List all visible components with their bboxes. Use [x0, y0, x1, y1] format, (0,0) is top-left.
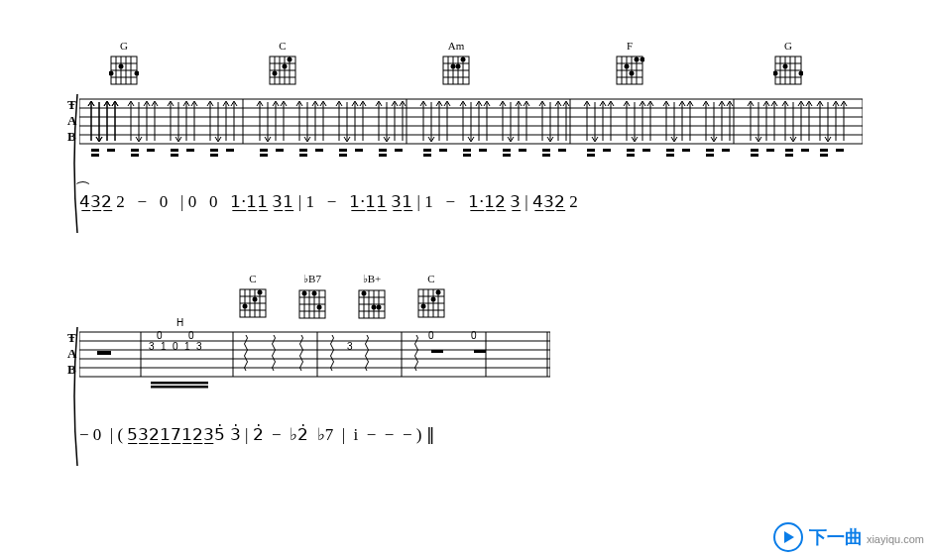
svg-point-55 — [799, 71, 804, 76]
system-bracket-icon — [71, 94, 79, 233]
chord-name: F — [615, 40, 644, 52]
svg-point-42 — [641, 57, 645, 62]
chord-grid-icon — [773, 53, 803, 88]
chord-diagram: C — [268, 40, 297, 90]
svg-point-96 — [317, 305, 322, 310]
svg-rect-135 — [151, 386, 208, 389]
tab-staff-2: Ŧ A B 0 0 H 3 1 0 1 3 0 0 3 — [79, 327, 96, 387]
chord-name: C — [416, 273, 446, 284]
svg-point-32 — [451, 64, 456, 69]
svg-rect-133 — [97, 351, 111, 355]
chord-grid-icon — [268, 53, 297, 88]
chord-name: ♭B7 — [297, 273, 327, 285]
svg-point-41 — [635, 57, 640, 62]
svg-point-44 — [630, 71, 635, 76]
svg-point-53 — [783, 64, 788, 69]
svg-point-21 — [273, 71, 278, 76]
chord-diagram: F — [615, 40, 644, 90]
chord-diagram: C — [238, 273, 268, 323]
chord-grid-icon — [297, 286, 327, 322]
svg-point-10 — [135, 71, 140, 76]
svg-rect-137 — [474, 350, 486, 353]
chord-row-1: G C Am F G — [79, 40, 96, 94]
chord-name: C — [268, 40, 297, 52]
svg-point-19 — [288, 57, 292, 62]
svg-rect-134 — [151, 382, 208, 385]
chord-name: G — [109, 40, 139, 52]
tab-system-2: C ♭B7 ♭B+ C Ŧ A B — [79, 273, 96, 459]
chord-diagram: ♭B+ — [357, 273, 387, 324]
chord-grid-icon — [357, 286, 387, 322]
fret-number: 0 — [157, 330, 163, 341]
svg-point-54 — [773, 71, 778, 76]
svg-point-116 — [436, 290, 441, 295]
chord-name: C — [238, 273, 268, 284]
tab-staff-1: Ŧ A B — [79, 94, 96, 154]
chord-diagram: G — [773, 40, 803, 90]
fret-number: 0 — [173, 341, 178, 352]
fret-number: 0 — [471, 330, 477, 341]
chord-grid-icon — [615, 53, 644, 88]
system-bracket-icon — [71, 327, 79, 466]
play-icon — [773, 522, 803, 552]
fret-number: 1 — [161, 341, 167, 352]
svg-point-83 — [258, 290, 263, 295]
svg-point-106 — [377, 305, 382, 310]
chord-diagram: ♭B7 — [297, 273, 327, 324]
chord-grid-icon — [109, 53, 139, 88]
fret-number: 0 — [428, 330, 434, 341]
chord-row-2: C ♭B7 ♭B+ C — [79, 273, 96, 327]
fret-number: 0 — [188, 330, 194, 341]
svg-rect-136 — [431, 350, 443, 353]
chord-diagram: G — [109, 40, 139, 90]
svg-point-105 — [362, 291, 367, 296]
svg-point-85 — [243, 304, 248, 309]
fret-number: 3 — [347, 341, 353, 352]
chord-grid-icon — [238, 285, 268, 321]
fret-number: 3 — [149, 341, 155, 352]
staff-lines-icon — [79, 327, 550, 398]
svg-point-20 — [283, 64, 288, 69]
svg-point-107 — [372, 305, 377, 310]
fret-number: 3 — [196, 341, 202, 352]
staff-lines-icon — [79, 94, 863, 166]
chord-name: Am — [441, 40, 471, 52]
chord-name: G — [773, 40, 803, 52]
fret-number: 1 — [184, 341, 190, 352]
svg-point-118 — [421, 304, 426, 309]
jianpu-notation: − 0 | ( 5̲̲3̲̲2̲̲1̲̲7̲̲1̲̲2̲̲3̲̲5̇ 3̇ | … — [79, 424, 435, 445]
chord-grid-icon — [416, 285, 446, 321]
watermark-url: xiayiqu.com — [867, 533, 924, 545]
tab-system-1: G C Am F G Ŧ A B — [79, 40, 96, 226]
svg-point-94 — [302, 291, 307, 296]
svg-point-9 — [109, 71, 114, 76]
svg-point-30 — [461, 57, 466, 62]
svg-point-95 — [312, 291, 317, 296]
svg-point-84 — [253, 297, 258, 302]
hammer-label: H — [176, 317, 183, 328]
svg-point-8 — [119, 64, 124, 69]
svg-point-43 — [625, 64, 630, 69]
jianpu-line-2: − 0 | ( 5̲̲3̲̲2̲̲1̲̲7̲̲1̲̲2̲̲3̲̲5̇ 3̇ | … — [79, 424, 96, 459]
chord-name: ♭B+ — [357, 273, 387, 285]
chord-diagram: Am — [441, 40, 471, 90]
chord-diagram: C — [416, 273, 446, 323]
svg-point-31 — [456, 64, 461, 69]
jianpu-line-1: ⁀ 4̲3̲2̲ 2 − 0 | 0 0 1̲·̲1̲1̲ 3̲1̲ | 1 −… — [79, 191, 96, 226]
watermark-text: 下一曲 — [809, 527, 863, 547]
svg-point-117 — [431, 297, 436, 302]
watermark: 下一曲 xiayiqu.com — [773, 522, 924, 552]
jianpu-notation: 4̲3̲2̲ 2 − 0 | 0 0 1̲·̲1̲1̲ 3̲1̲ | 1 − 1… — [79, 191, 578, 212]
chord-grid-icon — [441, 53, 471, 88]
